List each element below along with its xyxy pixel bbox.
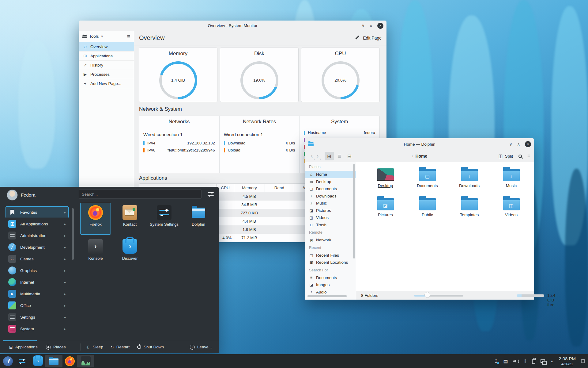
- restart-button[interactable]: ↻ Restart: [110, 341, 130, 353]
- app-kontact[interactable]: Kontact: [115, 203, 145, 235]
- search-images[interactable]: ◪Images: [305, 281, 356, 289]
- folder-item-downloads[interactable]: ↓ Downloads: [448, 165, 490, 194]
- app-system-settings[interactable]: System Settings: [149, 203, 179, 235]
- zoom-slider-track[interactable]: [414, 295, 463, 297]
- expand-tray-icon[interactable]: ▲: [550, 359, 553, 363]
- volume-icon[interactable]: [513, 359, 519, 364]
- folder-view[interactable]: Desktop ▢ Documents ↓ Downloads ♪ Music …: [356, 162, 534, 291]
- category-internet[interactable]: Internet▸: [6, 276, 69, 288]
- category-all-applications[interactable]: ⊞All Applications▸: [6, 218, 69, 230]
- folder-item-templates[interactable]: Templates: [448, 194, 490, 224]
- configure-icon[interactable]: [208, 192, 214, 197]
- folder-item-desktop[interactable]: Desktop: [364, 165, 406, 194]
- breadcrumb-home[interactable]: Home: [415, 154, 427, 159]
- icons-view-button[interactable]: ⊞: [325, 152, 334, 160]
- column-read[interactable]: Read: [265, 184, 294, 192]
- menu-icon[interactable]: ≡: [527, 153, 530, 159]
- maximize-button[interactable]: ∧: [517, 142, 520, 146]
- search-input[interactable]: [79, 190, 202, 199]
- search-audio[interactable]: ♪Audio: [305, 289, 356, 296]
- forward-button[interactable]: ›∨: [315, 153, 320, 159]
- app-dolphin[interactable]: Dolphin: [183, 203, 214, 235]
- category-graphics[interactable]: Graphics▸: [6, 265, 69, 276]
- close-button[interactable]: ×: [377, 23, 383, 29]
- category-administration[interactable]: Administration▸: [6, 230, 69, 241]
- app-konsole[interactable]: › Konsole: [80, 237, 111, 269]
- place-videos[interactable]: ◫Videos: [305, 214, 356, 221]
- sidebar-menu-icon[interactable]: ≡: [127, 33, 130, 40]
- folder-item-documents[interactable]: ▢ Documents: [406, 165, 448, 194]
- folder-item-videos[interactable]: ◫ Videos: [490, 194, 532, 224]
- app-firefox[interactable]: Firefox: [80, 203, 111, 235]
- place-music[interactable]: ♪Music: [305, 200, 356, 207]
- folder-item-pictures[interactable]: ◪ Pictures: [364, 194, 406, 224]
- shutdown-button[interactable]: Shut Down: [137, 341, 164, 353]
- place-trash[interactable]: ⊔Trash: [305, 221, 356, 229]
- show-desktop-button[interactable]: [581, 359, 585, 363]
- category-scrollbar[interactable]: [72, 208, 74, 260]
- places-vertical-scrollbar[interactable]: [353, 164, 355, 259]
- sidebar-item-history[interactable]: ↗ History: [79, 61, 134, 70]
- bluetooth-icon[interactable]: ᛒ: [524, 359, 527, 364]
- minimize-button[interactable]: ∨: [362, 24, 365, 28]
- column-cpu[interactable]: CPU: [216, 184, 234, 192]
- globe-icon: [8, 278, 16, 286]
- place-pictures[interactable]: ◪Pictures: [305, 207, 356, 214]
- digital-clock[interactable]: 2:08 PM 4/26/21: [559, 356, 576, 366]
- dolphin-titlebar[interactable]: Home — Dolphin ∨ ∧ ×: [305, 138, 534, 150]
- taskbar-discover[interactable]: [32, 355, 44, 367]
- sidebar-item-add-new-page[interactable]: + Add New Page...: [79, 79, 134, 88]
- updates-icon[interactable]: ↥: [494, 359, 498, 364]
- taskbar-dolphin[interactable]: [45, 355, 62, 367]
- category-development[interactable]: ╱Development▸: [6, 241, 69, 253]
- place-desktop[interactable]: ▭Desktop: [305, 178, 356, 186]
- category-system[interactable]: System▸: [6, 323, 69, 335]
- app-discover[interactable]: Discover: [115, 237, 145, 269]
- leave-button[interactable]: ‹ Leave...: [190, 341, 212, 353]
- sleep-button[interactable]: ☾ Sleep: [86, 341, 103, 353]
- place-home[interactable]: ⌂Home: [305, 171, 356, 178]
- compact-view-button[interactable]: ≣: [335, 152, 344, 160]
- edit-page-button[interactable]: Edit Page: [356, 36, 382, 40]
- zoom-slider-handle[interactable]: [424, 292, 430, 298]
- tab-places[interactable]: Places: [46, 341, 66, 353]
- place-documents[interactable]: ▢Documents: [305, 185, 356, 193]
- category-settings[interactable]: Settings▸: [6, 311, 69, 323]
- display-icon[interactable]: [541, 359, 545, 363]
- taskbar-system-monitor[interactable]: [77, 355, 94, 367]
- folder-item-music[interactable]: ♪ Music: [490, 165, 532, 194]
- sidebar-item-overview[interactable]: ⊙ Overview: [79, 42, 134, 52]
- maximize-button[interactable]: ∧: [369, 24, 372, 28]
- sidebar-item-applications[interactable]: ⊞ Applications: [79, 52, 134, 61]
- split-button[interactable]: ◫ Split: [499, 153, 513, 159]
- minimize-button[interactable]: ∨: [509, 142, 512, 146]
- tools-button[interactable]: Tools: [89, 34, 99, 39]
- tab-applications[interactable]: ⊞ Applications: [9, 341, 38, 353]
- system-monitor-titlebar[interactable]: Overview - System Monitor ∨ ∧ ×: [79, 21, 386, 31]
- clipboard-icon[interactable]: ▤: [503, 359, 508, 364]
- close-button[interactable]: ×: [525, 141, 531, 147]
- category-office[interactable]: Office▸: [6, 300, 69, 311]
- removable-device-icon[interactable]: [532, 359, 535, 364]
- place-recent-locations[interactable]: ▣Recent Locations: [305, 259, 356, 266]
- search-documents[interactable]: ≡Documents: [305, 274, 356, 282]
- column-memory[interactable]: Memory: [234, 184, 265, 192]
- sidebar-item-processes[interactable]: ▶ Processes: [79, 70, 134, 79]
- search-icon[interactable]: [518, 155, 522, 158]
- details-view-button[interactable]: ⊟: [345, 152, 354, 160]
- back-button[interactable]: ‹∨: [309, 153, 315, 159]
- place-network[interactable]: ◉Network: [305, 236, 356, 244]
- taskbar-firefox[interactable]: [64, 355, 76, 367]
- taskbar-system-settings[interactable]: [16, 355, 28, 367]
- category-multimedia[interactable]: ▶Multimedia▸: [6, 288, 69, 300]
- category-games[interactable]: ∷Games▸: [6, 253, 69, 265]
- user-avatar[interactable]: [7, 190, 18, 201]
- category-favorites[interactable]: Favorites▸: [6, 206, 69, 218]
- place-recent-files[interactable]: ▢Recent Files: [305, 252, 356, 259]
- place-downloads[interactable]: ↓Downloads: [305, 193, 356, 200]
- application-launcher-button[interactable]: [2, 355, 14, 367]
- desktop-icon: ▭: [309, 179, 314, 184]
- folder-item-public[interactable]: Public: [406, 194, 448, 224]
- chevron-right-icon: ▸: [64, 211, 66, 214]
- places-horizontal-scrollbar[interactable]: [307, 295, 347, 297]
